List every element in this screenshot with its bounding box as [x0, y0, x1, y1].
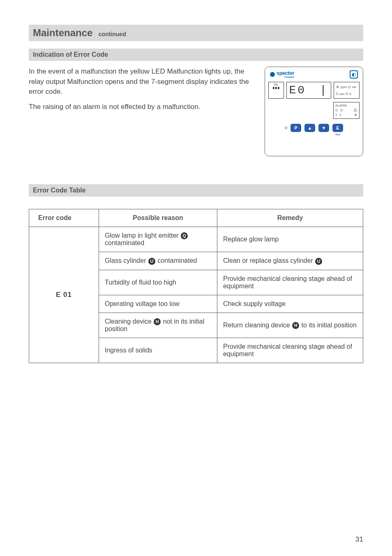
alarm-box: ALARM ⚠ 1 2 ☀	[333, 102, 360, 119]
e-button-label: E	[336, 125, 339, 130]
indication-body: In the event of a malfunction the yellow…	[29, 67, 363, 156]
remedy-text-post: to its initial position	[300, 322, 357, 329]
remedy-cell: Clean or replace glass cylinder U	[217, 252, 363, 270]
test-label: Test	[335, 133, 340, 136]
error-code-table: Error code Possible reason Remedy E 01 G…	[29, 209, 363, 363]
indication-text: In the event of a malfunction the yellow…	[29, 67, 258, 117]
indication-p2: The raising of an alarm is not effected …	[29, 102, 258, 112]
reason-cell: Operating voltage too low	[99, 295, 217, 313]
cal-label: cal	[352, 85, 356, 89]
remedy-cell: Replace glow lamp	[217, 227, 363, 252]
alarm-2: 2	[339, 113, 341, 117]
main-title: Maintenance	[33, 27, 92, 38]
reason-text-pre: Ingress of solids	[105, 347, 152, 354]
alarm-led-1-icon	[335, 109, 338, 111]
oil-indicator: OIL	[268, 82, 284, 99]
reason-cell: Ingress of solids	[99, 338, 217, 363]
col-remedy: Remedy	[217, 209, 363, 227]
ref-letter-icon: U	[315, 258, 322, 265]
reason-cell: Turbidity of fluid too high	[99, 270, 217, 295]
error-table-heading: Error Code Table	[29, 184, 363, 197]
remedy-text-pre: Replace glow lamp	[223, 236, 279, 243]
panel-brand-sub: compact	[284, 76, 295, 78]
alarm-label: ALARM	[335, 104, 357, 107]
down-button[interactable]: ▼	[318, 124, 329, 132]
seg-text: E0	[289, 84, 307, 97]
reason-text-pre: Cleaning device	[105, 318, 153, 325]
oil-label: OIL	[274, 83, 278, 86]
zero-label: 0	[349, 92, 351, 96]
panel-badge-icon: ◐	[350, 70, 358, 79]
reason-text-post: contaminated	[105, 239, 144, 246]
alarm-led-2-icon	[340, 109, 343, 111]
remedy-text-pre: Provide mechanical cleaning stage ahead …	[223, 275, 352, 290]
remedy-text-pre: Return cleaning device	[223, 322, 292, 329]
reason-cell: Glass cylinder U contaminated	[99, 252, 217, 270]
main-header: Maintenance continued	[29, 25, 363, 41]
reason-text-pre: Glass cylinder	[105, 257, 148, 264]
table-header-row: Error code Possible reason Remedy	[29, 209, 363, 227]
remedy-cell: Provide mechanical cleaning stage ahead …	[217, 338, 363, 363]
led-on-icon: ☀	[336, 85, 339, 89]
logo-icon	[270, 72, 275, 77]
reason-cell: Glow lamp in light emitter Q contaminate…	[99, 227, 217, 252]
seg-blank2: |	[320, 84, 328, 97]
reason-cell: Cleaning device H not in its initial pos…	[99, 313, 217, 338]
sec-label: sec	[339, 92, 344, 96]
ref-letter-icon: Q	[181, 232, 188, 239]
panel-brand: spector	[277, 71, 294, 76]
panel-top: spector compact ◐	[268, 70, 360, 79]
page-number: 31	[355, 535, 363, 544]
panel-logo: spector compact	[270, 71, 294, 78]
remedy-cell: Return cleaning device H to its initial …	[217, 313, 363, 338]
led-off-icon	[348, 86, 350, 88]
alarm-1: 1	[335, 113, 337, 117]
error-code-cell: E 01	[29, 227, 99, 363]
reason-text-pre: Glow lamp in light emitter	[105, 232, 180, 239]
remedy-cell: Check supply voltage	[217, 295, 363, 313]
reason-text-pre: Operating voltage too low	[105, 300, 179, 307]
remedy-cell: Provide mechanical cleaning stage ahead …	[217, 270, 363, 295]
seven-segment-display: E0 |	[286, 82, 331, 99]
btn-led-icon	[285, 127, 287, 129]
ref-letter-icon: H	[154, 318, 161, 325]
e-button[interactable]: E Test	[332, 124, 343, 132]
reason-text-post: contaminated	[156, 257, 197, 264]
unit-indicator: ☀ ppm cal sec 0	[334, 82, 360, 99]
indication-heading: Indication of Error Code	[29, 49, 363, 61]
ref-letter-icon: U	[148, 258, 155, 265]
warning-icon: ⚠	[353, 107, 357, 113]
seg-blank1	[309, 84, 317, 97]
col-possible-reason: Possible reason	[99, 209, 217, 227]
indication-p1: In the event of a malfunction the yellow…	[29, 67, 258, 97]
led-off-icon	[346, 93, 348, 95]
fault-led-icon: ☀	[354, 113, 357, 117]
panel-mid: OIL E0 | ☀ ppm cal sec	[268, 82, 360, 99]
remedy-text-pre: Check supply voltage	[223, 300, 286, 307]
col-error-code: Error code	[29, 209, 99, 227]
remedy-text-pre: Clean or replace glass cylinder	[223, 257, 315, 264]
button-row: P ▲ ▼ E Test	[268, 124, 360, 132]
p-button[interactable]: P	[291, 124, 301, 132]
table-row: E 01 Glow lamp in light emitter Q contam…	[29, 227, 363, 252]
reason-text-pre: Turbidity of fluid too high	[105, 279, 176, 286]
oil-drops-icon	[273, 87, 279, 89]
up-button[interactable]: ▲	[304, 124, 315, 132]
ppm-label: ppm	[341, 85, 347, 89]
device-panel: spector compact ◐ OIL E0 | ☀ p	[265, 67, 363, 156]
main-subtitle: continued	[99, 31, 126, 37]
led-off-icon	[336, 93, 338, 95]
ref-letter-icon: H	[292, 322, 299, 329]
remedy-text-pre: Provide mechanical cleaning stage ahead …	[223, 343, 352, 357]
